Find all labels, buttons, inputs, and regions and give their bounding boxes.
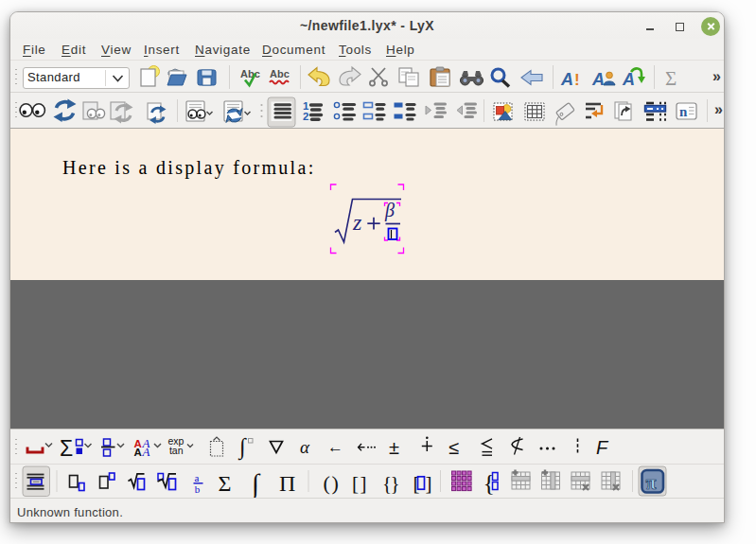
svg-text:a: a bbox=[195, 472, 200, 483]
svg-text:}: } bbox=[391, 472, 400, 495]
svg-text:): ) bbox=[332, 471, 339, 495]
svg-text:Π: Π bbox=[279, 471, 295, 496]
svg-text:Σ: Σ bbox=[60, 436, 73, 461]
svg-text:!: ! bbox=[574, 71, 580, 89]
svg-text:β: β bbox=[384, 200, 395, 221]
svg-text:»: » bbox=[712, 68, 721, 84]
svg-text:n: n bbox=[679, 104, 688, 119]
svg-text:∫: ∫ bbox=[250, 468, 261, 499]
svg-text:A: A bbox=[142, 445, 150, 459]
svg-text:z: z bbox=[352, 210, 362, 235]
svg-text:]: ] bbox=[360, 472, 367, 495]
svg-text:A: A bbox=[560, 70, 573, 89]
svg-text:A: A bbox=[591, 70, 605, 89]
svg-text:2: 2 bbox=[303, 111, 308, 122]
svg-text:»: » bbox=[714, 101, 723, 117]
svg-text:∫: ∫ bbox=[237, 434, 247, 461]
svg-text:≤: ≤ bbox=[448, 437, 459, 458]
svg-text:Abc: Abc bbox=[240, 68, 260, 79]
svg-text:b: b bbox=[195, 483, 201, 495]
svg-text:±: ± bbox=[389, 437, 399, 458]
svg-text:Σ: Σ bbox=[219, 471, 232, 496]
svg-text:]: ] bbox=[426, 472, 432, 495]
svg-text:[: [ bbox=[352, 472, 359, 495]
svg-text:(: ( bbox=[324, 471, 330, 495]
svg-text:A: A bbox=[622, 70, 635, 89]
svg-text:A: A bbox=[134, 447, 142, 458]
svg-text:F: F bbox=[596, 437, 609, 458]
svg-text:[: [ bbox=[413, 472, 420, 495]
svg-text:Σ: Σ bbox=[665, 67, 677, 90]
svg-text:tan: tan bbox=[169, 445, 184, 456]
svg-text:Abc: Abc bbox=[270, 68, 290, 79]
svg-text:π: π bbox=[646, 472, 657, 493]
svg-text:α: α bbox=[300, 437, 310, 457]
svg-text:←: ← bbox=[327, 438, 343, 456]
